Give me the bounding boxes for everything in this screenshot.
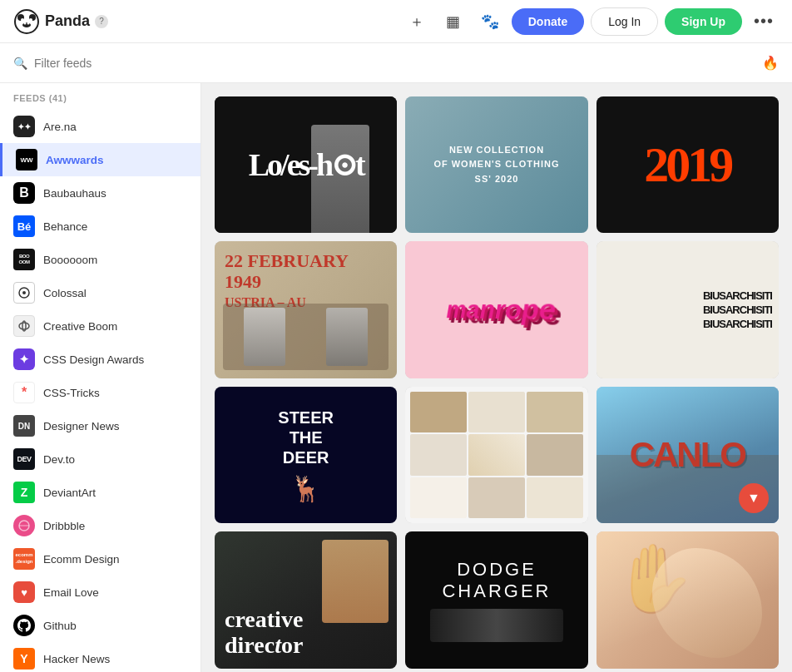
behance-icon: Bé xyxy=(13,215,35,237)
donate-button[interactable]: Donate xyxy=(512,8,584,35)
sidebar-item-label: Ecomm Design xyxy=(43,553,120,566)
sidebar-item-label: Behance xyxy=(43,220,87,233)
login-button[interactable]: Log In xyxy=(591,7,658,36)
svg-point-4 xyxy=(29,18,32,22)
sidebar-item-label: Github xyxy=(43,620,77,632)
sidebar-item-label: Creative Boom xyxy=(43,320,117,333)
grid-item-5[interactable]: manrope xyxy=(405,241,587,378)
sidebar-item-label: CSS-Tricks xyxy=(43,387,100,399)
ellipsis-icon: ••• xyxy=(754,12,774,31)
header: Panda ? ＋ ▦ 🐾 Donate Log In Sign Up ••• xyxy=(0,0,792,43)
sidebar-item-label: Colossal xyxy=(43,287,87,299)
grid-item-12[interactable]: ✋ xyxy=(596,531,779,668)
github-icon xyxy=(13,615,35,636)
svg-point-7 xyxy=(27,22,30,24)
sidebar-item-label: CSS Design Awards xyxy=(43,353,144,366)
sidebar-item-label: DeviantArt xyxy=(43,487,96,499)
plus-icon: ＋ xyxy=(409,12,424,32)
grid-item-1[interactable]: Lo/es-h⊙t xyxy=(215,96,397,233)
sidebar-item-label: Are.na xyxy=(43,121,77,133)
sidebar-item-github[interactable]: Github xyxy=(0,609,200,642)
svg-point-9 xyxy=(22,291,26,294)
grid-item-9[interactable]: CANLO ▼ xyxy=(596,387,779,523)
sidebar-item-deviantart[interactable]: Z DeviantArt xyxy=(0,476,200,509)
fire-icon[interactable]: 🔥 xyxy=(762,55,779,71)
svg-point-0 xyxy=(15,10,38,33)
sidebar-item-label: Email Love xyxy=(43,586,99,599)
sidebar: FEEDS (41) ✦✦ Are.na WW Awwwards B Bauba… xyxy=(0,83,201,672)
sidebar-item-label: Boooooom xyxy=(43,254,97,266)
svg-point-3 xyxy=(21,18,24,22)
sidebar-item-booooom[interactable]: BOOOOM Boooooom xyxy=(0,243,200,276)
paw-button[interactable]: 🐾 xyxy=(475,7,505,37)
sidebar-item-dribbble[interactable]: Dribbble xyxy=(0,509,200,542)
creativeboom-icon xyxy=(13,315,35,337)
dev-icon: DEV xyxy=(13,448,35,470)
signup-button[interactable]: Sign Up xyxy=(665,8,742,35)
content-area: Lo/es-h⊙t NEW COLLECTIONOF WOMEN'S CLOTH… xyxy=(201,83,792,672)
awwwards-icon: WW xyxy=(16,149,37,170)
sidebar-item-colossal[interactable]: Colossal xyxy=(0,276,200,309)
search-input[interactable] xyxy=(34,57,755,70)
sidebar-item-label: Awwwards xyxy=(46,154,104,166)
sidebar-item-creativeboom[interactable]: Creative Boom xyxy=(0,309,200,343)
panda-logo-icon xyxy=(13,8,40,35)
main-layout: FEEDS (41) ✦✦ Are.na WW Awwwards B Bauba… xyxy=(0,83,792,672)
emaillove-icon: ♥ xyxy=(13,581,35,603)
grid-item-6[interactable]: BIUSARCHISITI BIUSARCHISITI BIUSARCHISIT… xyxy=(596,241,779,378)
sidebar-item-emaillove[interactable]: ♥ Email Love xyxy=(0,576,200,609)
sidebar-item-ecomm[interactable]: ecomm.design Ecomm Design xyxy=(0,542,200,576)
sidebar-item-hackernews[interactable]: Y Hacker News xyxy=(0,642,200,672)
grid-button[interactable]: ▦ xyxy=(438,7,468,37)
grid-item-2[interactable]: NEW COLLECTIONOF WOMEN'S CLOTHINGSS' 202… xyxy=(405,96,587,233)
sidebar-item-label: Baubauhaus xyxy=(43,187,106,200)
css-tricks-icon: * xyxy=(13,382,35,403)
help-badge[interactable]: ? xyxy=(95,15,108,28)
feeds-title: FEEDS (41) xyxy=(0,93,200,110)
sidebar-item-arena[interactable]: ✦✦ Are.na xyxy=(0,110,200,143)
search-icon: 🔍 xyxy=(13,57,27,70)
svg-point-6 xyxy=(24,22,27,24)
logo-text: Panda xyxy=(45,12,90,30)
dribbble-icon xyxy=(13,515,35,536)
sidebar-item-css-awards[interactable]: ✦ CSS Design Awards xyxy=(0,343,200,376)
sidebar-item-bauhaus[interactable]: B Baubauhaus xyxy=(0,176,200,210)
more-button[interactable]: ••• xyxy=(749,7,779,37)
bauhaus-icon: B xyxy=(13,182,35,204)
sidebar-item-label: Dev.to xyxy=(43,453,75,466)
header-actions: ＋ ▦ 🐾 Donate Log In Sign Up ••• xyxy=(402,7,779,37)
sidebar-item-label: Designer News xyxy=(43,420,120,432)
grid-item-10[interactable]: creativedirector xyxy=(215,531,397,668)
sidebar-item-dev[interactable]: DEV Dev.to xyxy=(0,442,200,476)
add-button[interactable]: ＋ xyxy=(402,7,432,37)
sidebar-item-designer-news[interactable]: DN Designer News xyxy=(0,409,200,442)
grid-item-7[interactable]: STEERTHEDEER 🦌 xyxy=(215,387,397,523)
sidebar-item-label: Dribbble xyxy=(43,520,85,532)
grid-icon: ▦ xyxy=(446,12,460,31)
grid-item-3[interactable]: 2019 xyxy=(596,96,779,233)
sidebar-item-behance[interactable]: Bé Behance xyxy=(0,210,200,243)
arena-icon: ✦✦ xyxy=(13,116,35,137)
sidebar-item-css-tricks[interactable]: * CSS-Tricks xyxy=(0,376,200,409)
grid-item-4[interactable]: 22 FEBRUARY 1949 USTRIA – AU xyxy=(215,241,397,378)
svg-point-10 xyxy=(19,323,29,329)
sidebar-item-label: Hacker News xyxy=(43,653,110,665)
designer-news-icon: DN xyxy=(13,415,35,437)
paw-icon: 🐾 xyxy=(481,12,499,31)
hackernews-icon: Y xyxy=(13,648,35,670)
content-grid: Lo/es-h⊙t NEW COLLECTIONOF WOMEN'S CLOTH… xyxy=(215,96,779,669)
sidebar-item-awwwards[interactable]: WW Awwwards xyxy=(0,143,200,176)
svg-point-5 xyxy=(22,22,31,27)
grid-item-8[interactable] xyxy=(405,387,587,523)
grid-item-11[interactable]: Dodge Charger xyxy=(405,531,587,668)
colossal-icon xyxy=(13,282,35,304)
css-awards-icon: ✦ xyxy=(13,348,35,370)
ecomm-icon: ecomm.design xyxy=(13,548,35,570)
booooom-icon: BOOOOM xyxy=(13,249,35,270)
search-bar: 🔍 🔥 xyxy=(0,43,792,83)
deviantart-icon: Z xyxy=(13,482,35,503)
logo-area: Panda ? xyxy=(13,8,108,35)
